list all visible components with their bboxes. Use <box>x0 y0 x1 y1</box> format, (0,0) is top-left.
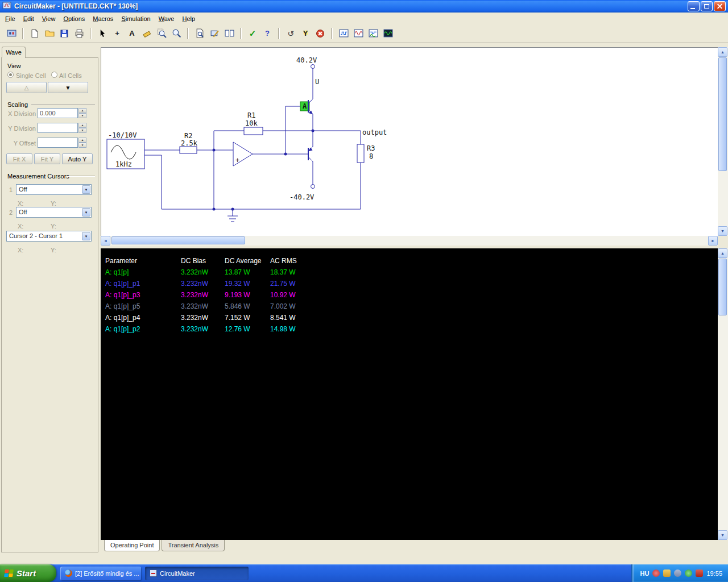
text-tool-icon[interactable]: A <box>125 27 139 40</box>
chevron-down-icon[interactable]: ▼ <box>82 185 90 194</box>
all-cells-radio[interactable] <box>51 72 57 78</box>
chevron-down-icon[interactable]: ▼ <box>82 208 90 217</box>
mixed-signal-icon[interactable] <box>366 27 380 40</box>
net-label-u[interactable]: U <box>315 78 319 86</box>
split-view-icon[interactable] <box>222 27 236 40</box>
probe-tool-icon[interactable]: Y <box>299 27 312 40</box>
tab-wave[interactable]: Wave <box>2 47 26 58</box>
toolbar-separator <box>331 28 333 39</box>
result-row[interactable]: A: q1[p]_p3 3.232nW 9.193 W 10.92 W <box>101 289 718 301</box>
oscilloscope-icon[interactable] <box>381 27 395 40</box>
save-file-icon[interactable] <box>57 27 71 40</box>
maximize-button[interactable] <box>701 1 713 11</box>
model-edit-icon[interactable] <box>208 27 221 40</box>
scroll-up-icon[interactable]: ▲ <box>718 248 727 258</box>
language-indicator[interactable]: HU <box>640 570 650 577</box>
arrow-tool-icon[interactable] <box>96 27 109 40</box>
menu-wave[interactable]: Wave <box>155 14 179 24</box>
tray-antivirus-icon[interactable] <box>696 569 703 577</box>
transistor-q2[interactable] <box>308 147 313 161</box>
help-tool-icon[interactable]: ? <box>260 27 274 40</box>
menu-view[interactable]: View <box>38 14 60 24</box>
parts-bin-icon[interactable] <box>5 27 18 40</box>
schematic-canvas[interactable]: 40.2V U A <box>101 47 718 236</box>
close-button[interactable] <box>714 1 726 11</box>
resistor-r2[interactable]: R2 2.5k <box>180 132 198 153</box>
cursor-diff-select[interactable]: Cursor 2 - Cursor 1 ▼ <box>6 231 92 242</box>
y-division-stepper[interactable]: ▲▼ <box>78 123 86 133</box>
output-label[interactable]: output <box>362 128 387 136</box>
result-row[interactable]: A: q1[p]_p1 3.232nW 19.32 W 21.75 W <box>101 278 718 289</box>
vscroll-thumb[interactable] <box>718 57 727 171</box>
opamp[interactable]: + <box>233 142 253 166</box>
print-icon[interactable] <box>72 27 86 40</box>
scroll-up-icon[interactable]: ▲ <box>718 47 727 57</box>
supply-pos-terminal[interactable]: 40.2V <box>296 56 317 69</box>
tray-safety-icon[interactable] <box>685 569 692 577</box>
y-division-input[interactable] <box>38 123 78 133</box>
tray-update-icon[interactable] <box>663 569 671 577</box>
circuit-hscrollbar[interactable]: ◄ ► <box>101 236 718 246</box>
tray-volume-icon[interactable] <box>674 569 681 577</box>
menu-edit[interactable]: Edit <box>19 14 38 24</box>
scrollbar-corner <box>718 236 728 246</box>
y-offset-stepper[interactable]: ▲▼ <box>78 138 86 148</box>
result-row[interactable]: A: q1[p]_p5 3.232nW 5.846 W 7.002 W <box>101 301 718 312</box>
result-row[interactable]: A: q1[p] 3.232nW 13.87 W 18.37 W <box>101 267 718 278</box>
digital-waveform-icon[interactable] <box>337 27 350 40</box>
new-file-icon[interactable] <box>28 27 42 40</box>
x-division-stepper[interactable]: ▲▼ <box>78 108 86 118</box>
tab-operating-point[interactable]: Operating Point <box>104 540 160 551</box>
fit-y-button[interactable]: Fit Y <box>34 153 60 164</box>
search-part-icon[interactable] <box>193 27 206 40</box>
resistor-r3[interactable]: R3 8 <box>357 144 375 163</box>
zoom-tool-icon[interactable] <box>169 27 183 40</box>
scroll-down-icon[interactable]: ▼ <box>718 226 727 236</box>
stop-simulation-icon[interactable] <box>313 27 327 40</box>
cursor1-select[interactable]: Off ▼ <box>16 184 92 195</box>
single-cell-radio[interactable] <box>7 72 14 78</box>
y-offset-input[interactable] <box>38 138 78 148</box>
fit-x-button[interactable]: Fit X <box>6 153 32 164</box>
menu-help[interactable]: Help <box>178 14 199 24</box>
wave-up-button[interactable]: △ <box>6 82 47 93</box>
menu-options[interactable]: Options <box>59 14 89 24</box>
analog-waveform-icon[interactable] <box>351 27 365 40</box>
scroll-right-icon[interactable]: ► <box>708 236 718 246</box>
open-file-icon[interactable] <box>43 27 56 40</box>
signal-generator[interactable]: -10/10V 1kHz <box>107 131 144 169</box>
zoom-select-icon[interactable] <box>155 27 168 40</box>
reset-icon[interactable]: ↺ <box>284 27 297 40</box>
supply-neg-terminal[interactable]: -40.2V <box>289 185 315 202</box>
wave-down-button[interactable]: ▼ <box>48 82 88 93</box>
tray-alert-icon[interactable] <box>652 569 660 577</box>
circuit-vscrollbar[interactable]: ▲ ▼ <box>718 47 728 236</box>
start-button[interactable]: Start <box>0 564 56 582</box>
menu-simulation[interactable]: Simulation <box>117 14 154 24</box>
resistor-r1[interactable]: R1 10k <box>244 111 263 135</box>
results-vscrollbar[interactable]: ▲ ▼ <box>718 248 728 540</box>
menu-file[interactable]: File <box>1 14 19 24</box>
result-row[interactable]: A: q1[p]_p2 3.232nW 12.76 W 14.98 W <box>101 323 718 335</box>
x-division-input[interactable] <box>38 108 78 118</box>
auto-y-button[interactable]: Auto Y <box>62 153 93 164</box>
minimize-button[interactable] <box>688 1 700 11</box>
run-simulation-icon[interactable]: ✓ <box>246 27 259 40</box>
chevron-down-icon[interactable]: ▼ <box>82 232 90 240</box>
cursor2-select[interactable]: Off ▼ <box>16 207 92 218</box>
taskbar-item-circuitmaker[interactable]: CircuitMaker <box>145 567 249 580</box>
cursor1-value: Off <box>19 186 27 193</box>
delete-tool-icon[interactable] <box>140 27 154 40</box>
taskbar-item-browser[interactable]: [2] Erősítő mindig és ... <box>60 567 141 580</box>
menu-macros[interactable]: Macros <box>89 14 117 24</box>
hscroll-thumb[interactable] <box>111 236 245 244</box>
scroll-left-icon[interactable]: ◄ <box>101 236 110 246</box>
tab-transient-analysis[interactable]: Transient Analysis <box>162 540 225 551</box>
clock[interactable]: 19:55 <box>706 570 722 577</box>
scroll-down-icon[interactable]: ▼ <box>718 530 727 540</box>
wire-tool-icon[interactable]: + <box>110 27 124 40</box>
vscroll-thumb[interactable] <box>718 259 727 315</box>
col-parameter: Parameter <box>101 257 181 265</box>
parameter-name: A: q1[p] <box>101 268 181 276</box>
result-row[interactable]: A: q1[p]_p4 3.232nW 7.152 W 8.541 W <box>101 312 718 323</box>
